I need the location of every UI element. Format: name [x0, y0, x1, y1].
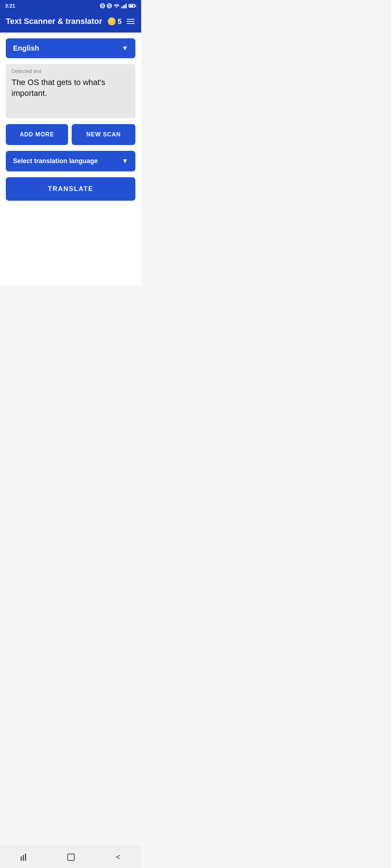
source-language-dropdown[interactable]: English ▼	[6, 38, 135, 58]
coins-badge: 🪙 5	[107, 17, 122, 26]
source-language-arrow: ▼	[122, 44, 128, 52]
translate-button[interactable]: TRANSLATE	[6, 177, 135, 201]
battery-icon	[129, 4, 136, 8]
translation-language-dropdown[interactable]: Select translation language ▼	[6, 151, 135, 171]
new-scan-button[interactable]: NEW SCAN	[72, 124, 135, 145]
metro-icon-1: m	[100, 3, 105, 8]
detected-text[interactable]: The OS that gets to what's important.	[12, 77, 130, 98]
main-content: English ▼ Detected text The OS that gets…	[0, 33, 141, 285]
signal-icon	[121, 4, 127, 8]
detected-text-box: Detected text The OS that gets to what's…	[6, 64, 135, 118]
wifi-icon	[114, 3, 119, 9]
app-title: Text Scanner & translator	[6, 17, 107, 26]
app-header: Text Scanner & translator 🪙 5	[0, 12, 141, 33]
status-bar: 3:21 m m	[0, 0, 141, 12]
metro-icon-2: m	[107, 3, 112, 8]
header-right: 🪙 5	[107, 17, 135, 26]
translation-language-arrow: ▼	[122, 157, 128, 165]
translation-language-label: Select translation language	[13, 157, 98, 165]
coins-count: 5	[118, 17, 122, 26]
status-time: 3:21	[5, 3, 15, 9]
menu-button[interactable]	[126, 18, 135, 25]
action-buttons-row: ADD MORE NEW SCAN	[6, 124, 135, 145]
source-language-label: English	[13, 44, 39, 52]
coins-emoji: 🪙	[107, 17, 116, 26]
add-more-button[interactable]: ADD MORE	[6, 124, 68, 145]
detected-label: Detected text	[12, 68, 130, 74]
status-icons: m m	[100, 3, 136, 9]
